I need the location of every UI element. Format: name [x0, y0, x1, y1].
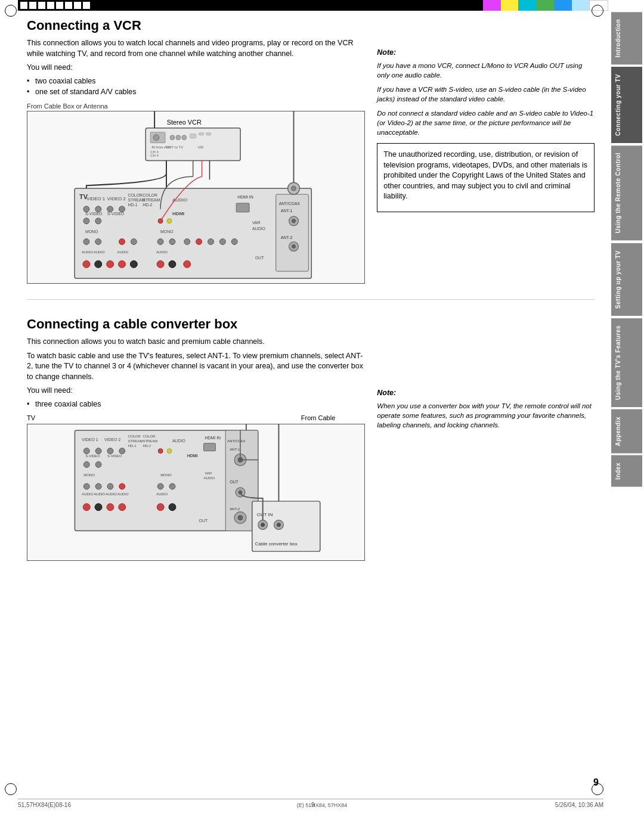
sidebar-tab-using-features[interactable]: Using the TV's Features — [611, 318, 642, 407]
svg-point-99 — [95, 448, 101, 454]
svg-text:ANT/COAX: ANT/COAX — [227, 439, 245, 443]
section2-note-label: Note: — [377, 388, 595, 399]
svg-point-76 — [130, 260, 137, 268]
section2-intro: This connection allows you to watch basi… — [27, 337, 365, 347]
svg-text:AUDIO: AUDIO — [82, 250, 93, 254]
svg-text:HDMI: HDMI — [172, 211, 184, 216]
section1-you-will-need: You will need: — [27, 63, 365, 73]
svg-text:OUT  IN: OUT IN — [257, 512, 273, 517]
sidebar-tab-connecting[interactable]: Connecting your TV — [611, 67, 642, 143]
color-blue — [554, 0, 572, 11]
svg-text:COLOR: COLOR — [143, 435, 156, 438]
svg-rect-8 — [206, 133, 211, 135]
svg-text:MONO: MONO — [160, 473, 172, 477]
svg-point-64 — [208, 239, 214, 245]
svg-text:AUDIO: AUDIO — [106, 492, 117, 496]
sidebar-tab-setting-up[interactable]: Setting up your TV — [611, 243, 642, 316]
color-magenta — [483, 0, 501, 11]
cable-tv-label: TV — [27, 414, 35, 421]
reg-mark-bottom-left — [5, 783, 17, 795]
svg-point-78 — [169, 260, 176, 268]
vcr-diagram: Stereo VCR IN from ANT OUT to TV CH 3 — [27, 111, 365, 284]
svg-point-63 — [196, 239, 202, 245]
svg-text:ANT-1: ANT-1 — [230, 448, 240, 451]
svg-text:VAR: VAR — [205, 472, 212, 476]
svg-point-126 — [169, 483, 175, 489]
svg-text:ANT-2: ANT-2 — [230, 507, 240, 511]
sidebar-tab-index[interactable]: Index — [611, 455, 642, 487]
section1-right: Note: If you have a mono VCR, connect L/… — [377, 18, 595, 291]
svg-text:VAR: VAR — [252, 221, 261, 225]
section2-detail: To watch basic cable and use the TV's fe… — [27, 351, 365, 383]
section1-note1: If you have a mono VCR, connect L/Mono t… — [377, 61, 595, 80]
color-yellow — [501, 0, 519, 11]
svg-text:Cable converter box: Cable converter box — [255, 541, 298, 547]
svg-text:VID: VID — [198, 145, 204, 149]
svg-point-101 — [119, 448, 125, 454]
sidebar-tab-appendix[interactable]: Appendix — [611, 409, 642, 454]
svg-text:HD-1: HD-1 — [128, 444, 137, 448]
svg-point-133 — [95, 504, 102, 511]
svg-point-58 — [119, 239, 125, 245]
svg-point-4 — [176, 135, 181, 140]
section2-item-1: three coaxial cables — [27, 399, 365, 410]
color-cyan — [518, 0, 536, 11]
section2-you-will-need: You will need: — [27, 386, 365, 396]
sidebar-tab-using-remote[interactable]: Using the Remote Control — [611, 145, 642, 240]
color-light-blue — [572, 0, 590, 11]
svg-point-66 — [231, 239, 237, 245]
svg-point-123 — [107, 483, 113, 489]
svg-text:AUDIO: AUDIO — [94, 492, 105, 496]
svg-text:HDMI IN: HDMI IN — [205, 436, 221, 440]
svg-text:S-VIDEO: S-VIDEO — [107, 454, 122, 458]
section1-item-2: one set of standard A/V cables — [27, 86, 365, 98]
svg-text:COLOR: COLOR — [128, 435, 141, 438]
svg-text:COLOR: COLOR — [143, 193, 157, 197]
section2-left: Connecting a cable converter box This co… — [27, 316, 365, 568]
svg-point-3 — [170, 135, 175, 140]
svg-point-33 — [83, 218, 89, 224]
svg-point-105 — [167, 449, 172, 454]
svg-point-62 — [184, 239, 190, 245]
svg-point-31 — [107, 206, 113, 212]
svg-text:MONO: MONO — [85, 229, 98, 234]
svg-point-32 — [119, 206, 125, 212]
section1-note3: Do not connect a standard video cable an… — [377, 108, 595, 137]
svg-text:AUDIO: AUDIO — [117, 250, 129, 254]
section2-title: Connecting a cable converter box — [27, 316, 365, 332]
sidebar-tab-introduction[interactable]: Introduction — [611, 12, 642, 64]
svg-point-65 — [219, 239, 225, 245]
svg-point-135 — [119, 504, 126, 511]
svg-text:AUDIO: AUDIO — [172, 439, 186, 443]
svg-text:MONO: MONO — [160, 229, 174, 234]
svg-point-56 — [83, 239, 89, 245]
svg-point-41 — [292, 219, 296, 223]
section1-left: Connecting a VCR This connection allows … — [27, 18, 365, 291]
svg-text:S-VIDEO: S-VIDEO — [85, 212, 103, 216]
svg-point-124 — [119, 483, 125, 489]
svg-text:OUT: OUT — [199, 519, 208, 523]
svg-text:AUDIO: AUDIO — [204, 476, 215, 480]
svg-text:COLOR: COLOR — [128, 193, 143, 197]
svg-point-2 — [153, 135, 159, 141]
svg-point-103 — [95, 462, 101, 468]
svg-text:OUT: OUT — [230, 480, 239, 484]
svg-text:TV: TV — [79, 193, 88, 200]
svg-point-104 — [158, 449, 163, 454]
svg-point-144 — [277, 523, 280, 527]
svg-point-121 — [83, 483, 89, 489]
color-registration-strip — [483, 0, 608, 11]
section2-right: Note: When you use a converter box with … — [377, 316, 595, 568]
svg-point-79 — [184, 260, 191, 268]
section2: Connecting a cable converter box This co… — [27, 316, 595, 568]
vcr-diagram-svg: Stereo VCR IN from ANT OUT to TV CH 3 — [27, 111, 364, 283]
svg-point-81 — [292, 186, 296, 191]
cable-diagram-labels: TV From Cable — [27, 414, 365, 421]
color-green — [536, 0, 554, 11]
svg-text:AUDIO: AUDIO — [156, 250, 168, 254]
svg-text:HD-2: HD-2 — [143, 444, 151, 448]
warning-box: The unauthorized recording, use, distrib… — [377, 143, 595, 212]
main-content: Connecting a VCR This connection allows … — [18, 12, 603, 789]
section1-note2: If you have a VCR with S-video, use an S… — [377, 85, 595, 104]
svg-text:VIDEO 2: VIDEO 2 — [104, 437, 120, 442]
